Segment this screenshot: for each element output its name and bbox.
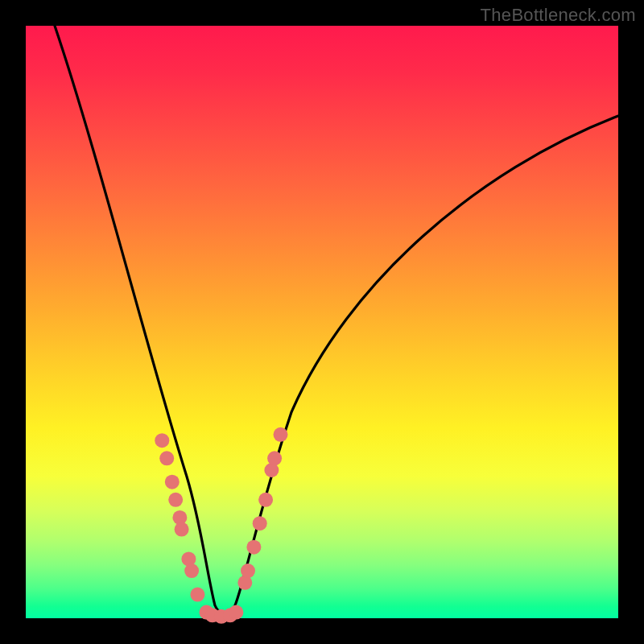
watermark-text: TheBottleneck.com <box>481 5 636 26</box>
marker-dot <box>246 540 261 555</box>
curve-group <box>55 26 618 613</box>
marker-dot <box>155 433 169 448</box>
plot-area <box>26 26 618 618</box>
bottleneck-curve <box>55 26 618 613</box>
marker-dot <box>175 522 189 537</box>
marker-dot <box>229 605 243 620</box>
marker-dot <box>168 493 183 507</box>
marker-dot <box>241 564 255 578</box>
marker-dot <box>190 588 204 602</box>
marker-dot <box>258 493 273 507</box>
marker-dot <box>184 564 199 578</box>
marker-dot <box>253 516 267 530</box>
marker-dot <box>267 451 282 465</box>
curve-svg <box>26 26 618 618</box>
marker-dot <box>159 451 174 465</box>
marker-dot <box>165 475 180 489</box>
marker-dots <box>155 427 287 624</box>
outer-frame: TheBottleneck.com <box>0 0 644 644</box>
marker-dot <box>274 427 288 442</box>
